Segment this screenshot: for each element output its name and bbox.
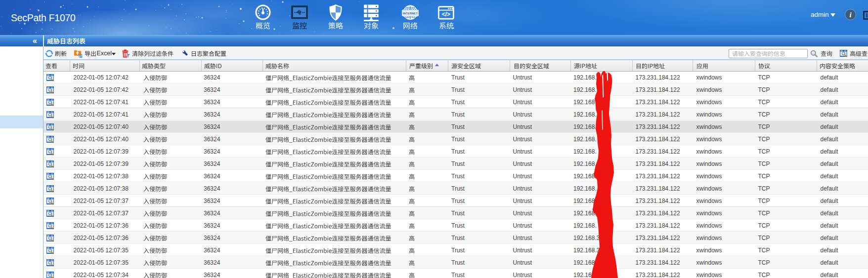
- svg-text:INTERNET: INTERNET: [403, 12, 418, 15]
- svg-text:</>: </>: [442, 11, 450, 18]
- svg-text:i: i: [849, 11, 851, 19]
